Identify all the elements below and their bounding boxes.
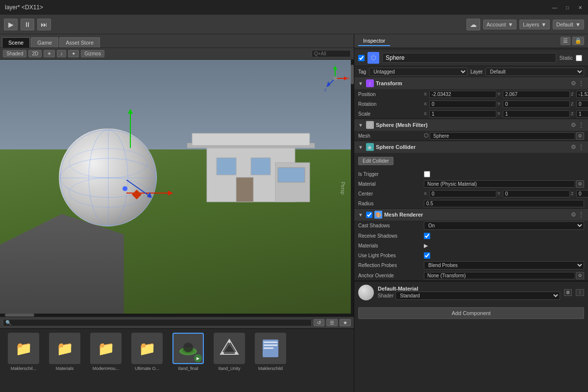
fx-button[interactable]: ✦: [68, 50, 79, 57]
transform-menu-icon[interactable]: ⋮: [578, 80, 584, 87]
rotation-y-input[interactable]: [503, 100, 570, 108]
layer-dropdown[interactable]: Default: [486, 68, 584, 76]
mesh-dot-icon: ⬡: [424, 132, 429, 140]
mesh-renderer-component: ▼ 🎨 Mesh Renderer ⚙ ⋮ Cast Shadows On: [354, 209, 588, 281]
svg-marker-16: [128, 109, 133, 114]
collider-menu-icon[interactable]: ⋮: [578, 144, 584, 150]
gizmos-button[interactable]: Gizmos: [81, 50, 104, 57]
asset-refresh-button[interactable]: ↺: [314, 319, 324, 326]
materials-label: Materials: [358, 243, 422, 248]
minimize-button[interactable]: —: [552, 4, 558, 10]
position-x-input[interactable]: [429, 91, 496, 98]
audio-button[interactable]: ♪: [57, 50, 66, 57]
default-dropdown[interactable]: Default ▼: [553, 20, 584, 29]
object-name-input[interactable]: [382, 53, 556, 63]
mesh-value-container: ⬡ Sphere ⊙: [424, 132, 584, 140]
center-y-input[interactable]: [503, 190, 570, 197]
svg-rect-5: [236, 177, 253, 202]
main-content: Scene Game Asset Store Shaded 2D ☀ ♪ ✦ G…: [0, 34, 588, 392]
tab-game[interactable]: Game: [31, 37, 58, 48]
reflection-probes-dropdown[interactable]: Blend Probes: [424, 261, 584, 270]
asset-item-iland-final[interactable]: ▶ Iland_final: [169, 333, 208, 388]
material-section: Default-Material Shader Standard ⚙ ⋮: [354, 281, 588, 303]
collider-material-value: None (Physic Material) ⊙: [424, 180, 584, 188]
sphere-collider-header[interactable]: ▼ ◉ Sphere Collider ⚙ ⋮: [354, 141, 588, 153]
transform-header[interactable]: ▼ ↕ Transform ⚙ ⋮: [354, 77, 588, 89]
asset-filter-button[interactable]: ☰: [326, 319, 338, 326]
edit-collider-button[interactable]: Edit Collider: [358, 157, 393, 165]
mesh-filter-settings-icon[interactable]: ⚙: [571, 122, 576, 128]
mesh-filter-header[interactable]: ▼ ⬡ Sphere (Mesh Filter) ⚙ ⋮: [354, 119, 588, 131]
scene-search-input[interactable]: [312, 50, 351, 57]
mesh-picker-button[interactable]: ⊙: [576, 132, 584, 140]
reflection-probes-label: Reflection Probes: [358, 263, 422, 268]
asset-item-ultimateo[interactable]: 📁 Ultimate O...: [127, 333, 167, 388]
asset-item-maklerschild2[interactable]: Maklerschild: [251, 333, 290, 388]
tab-inspector[interactable]: Inspector: [358, 36, 390, 46]
maximize-button[interactable]: □: [564, 4, 570, 10]
materials-row[interactable]: Materials ▶: [354, 241, 588, 250]
material-menu-button[interactable]: ⋮: [576, 289, 584, 296]
add-component-button[interactable]: Add Component: [358, 307, 584, 319]
object-enabled-checkbox[interactable]: [358, 55, 365, 61]
material-settings-button[interactable]: ⚙: [564, 289, 572, 296]
scale-label: Scale: [358, 111, 422, 117]
2d-button[interactable]: 2D: [28, 50, 42, 57]
sphere-object[interactable]: [59, 128, 157, 226]
renderer-enabled-checkbox[interactable]: [366, 212, 372, 218]
scale-y-input[interactable]: [503, 110, 570, 118]
mesh-renderer-header[interactable]: ▼ 🎨 Mesh Renderer ⚙ ⋮: [354, 209, 588, 220]
account-dropdown[interactable]: Account ▼: [483, 20, 517, 29]
position-value: X Y Z: [424, 91, 588, 98]
lighting-button[interactable]: ☀: [44, 50, 55, 57]
position-y-input[interactable]: [503, 91, 570, 98]
scale-x-input[interactable]: [429, 110, 496, 118]
rotation-z-input[interactable]: [576, 100, 588, 108]
scene-viewport[interactable]: Persp Y X Z: [0, 60, 354, 317]
asset-item-modernhou[interactable]: 📁 ModernHou...: [86, 333, 125, 388]
close-button[interactable]: ✕: [577, 4, 583, 10]
materials-triangle-icon: ▶: [424, 243, 428, 249]
use-light-probes-checkbox[interactable]: [424, 252, 430, 259]
inspector-menu-button[interactable]: ☰: [561, 37, 570, 45]
center-z-input[interactable]: [576, 190, 588, 197]
edit-collider-row: Edit Collider: [354, 153, 588, 169]
receive-shadows-checkbox[interactable]: [424, 233, 430, 239]
cast-shadows-dropdown[interactable]: On: [424, 221, 584, 230]
step-button[interactable]: ⏭: [37, 19, 51, 30]
center-row: Center X Y Z: [354, 189, 588, 198]
play-button[interactable]: ▶: [4, 19, 18, 30]
transform-settings-icon[interactable]: ⚙: [571, 80, 576, 87]
layers-dropdown[interactable]: Layers ▼: [519, 20, 550, 29]
pause-button[interactable]: ⏸: [21, 19, 34, 30]
mesh-filter-menu-icon[interactable]: ⋮: [578, 122, 584, 128]
is-trigger-checkbox[interactable]: [424, 171, 430, 177]
asset-icon-iland-unity: [214, 333, 245, 364]
position-z-input[interactable]: [576, 91, 588, 98]
radius-input[interactable]: [424, 200, 584, 207]
static-label: Static: [559, 55, 573, 61]
static-checkbox[interactable]: [576, 55, 582, 61]
renderer-settings-icon[interactable]: ⚙: [571, 211, 576, 218]
scale-z-input[interactable]: [576, 110, 588, 118]
collider-material-picker[interactable]: ⊙: [576, 180, 584, 188]
anchor-picker-button[interactable]: ⊙: [576, 272, 584, 279]
shaded-button[interactable]: Shaded: [3, 50, 26, 57]
viewport-scroll: [351, 60, 354, 317]
asset-search-input[interactable]: [3, 319, 312, 326]
asset-item-materials[interactable]: 📁 Materials: [45, 333, 84, 388]
tab-asset-store[interactable]: Asset Store: [59, 37, 100, 48]
asset-item-maklerschi1[interactable]: 📁 Maklerschil...: [4, 333, 43, 388]
collider-settings-icon[interactable]: ⚙: [571, 144, 576, 150]
inspector-lock-button[interactable]: 🔒: [572, 37, 584, 45]
rotation-x-input[interactable]: [429, 100, 496, 108]
tab-scene[interactable]: Scene: [2, 37, 30, 48]
cloud-button[interactable]: ☁: [466, 19, 480, 30]
renderer-menu-icon[interactable]: ⋮: [578, 211, 584, 218]
tag-dropdown[interactable]: Untagged: [369, 68, 467, 76]
center-x-input[interactable]: [429, 190, 496, 197]
asset-badge-iland: ▶: [194, 354, 202, 362]
asset-item-iland-unity[interactable]: Iland_Unity: [210, 333, 249, 388]
asset-favorite-button[interactable]: ★: [340, 319, 351, 326]
shader-dropdown[interactable]: Standard: [395, 292, 560, 300]
